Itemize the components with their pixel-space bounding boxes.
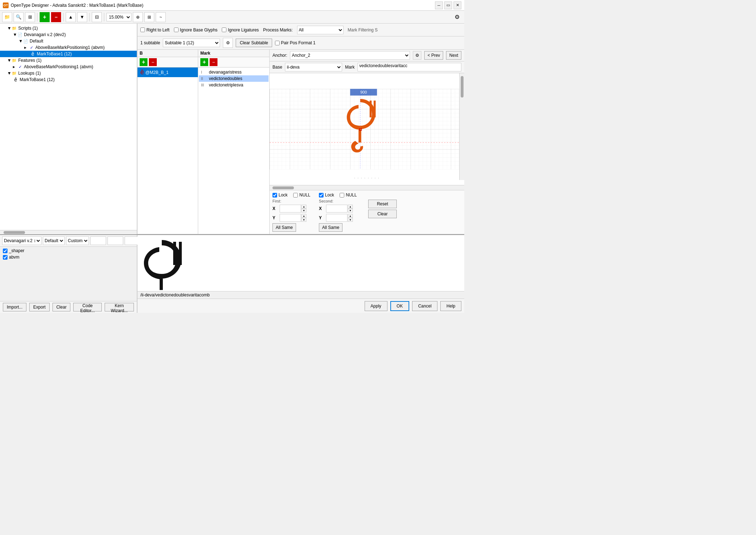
- grid-button[interactable]: ⊞: [144, 12, 154, 22]
- import-button[interactable]: Import...: [3, 303, 26, 311]
- process-marks-select[interactable]: All: [297, 26, 344, 34]
- ignore-base-glyphs-checkbox-label[interactable]: Ignore Base Glyphs: [174, 28, 217, 32]
- tree-item-marktobase-lookup[interactable]: ê MarkToBase1 (12): [0, 76, 137, 83]
- next-button[interactable]: Next: [446, 51, 461, 60]
- tree-toggle-abovebase[interactable]: ▸: [24, 45, 29, 50]
- kern-wizard-button[interactable]: Kern Wizard...: [105, 303, 134, 311]
- mark-item-1[interactable]: II vedictonedoubles: [199, 75, 269, 82]
- tree-toggle-scripts[interactable]: ▼: [7, 26, 11, 31]
- close-button[interactable]: ✕: [454, 1, 461, 9]
- canvas-scrollbar-thumb-h[interactable]: [272, 186, 294, 189]
- lock-second-checkbox[interactable]: [319, 193, 324, 198]
- b-item-0[interactable]: ê @M2B_B_1: [137, 68, 198, 77]
- minimize-button[interactable]: ─: [435, 1, 443, 9]
- subtable-gear-button[interactable]: ⚙: [223, 38, 233, 48]
- x2-down[interactable]: ▼: [348, 209, 353, 212]
- abvm-checkbox[interactable]: [3, 255, 7, 260]
- y1-up[interactable]: ▲: [301, 214, 306, 218]
- subtable-select[interactable]: Subtable 1 (12): [163, 39, 220, 47]
- clear-bottom-button[interactable]: Clear: [52, 303, 71, 311]
- anchor-gear-button[interactable]: ⚙: [413, 51, 421, 60]
- tree-toggle-abovebase-feat[interactable]: ▸: [13, 64, 17, 69]
- lock-first-checkbox[interactable]: [272, 193, 277, 198]
- shaper-checkbox-label[interactable]: _shaper: [3, 248, 134, 253]
- tree-item-devanagari[interactable]: ▼ 📄 Devanagari v.2 (dev2): [0, 31, 137, 38]
- ignore-ligatures-checkbox[interactable]: [222, 28, 226, 32]
- x2-input[interactable]: -421: [326, 205, 347, 212]
- mark-item-2[interactable]: III vedictonetriplesva: [199, 82, 269, 88]
- x1-up[interactable]: ▲: [301, 205, 306, 209]
- add-button[interactable]: +: [40, 12, 50, 22]
- mark-remove-button[interactable]: −: [210, 58, 217, 66]
- y2-spinner[interactable]: ▲ ▼: [348, 214, 353, 222]
- tree-item-abovebase-feature[interactable]: ▸ ✓ AboveBaseMarkPositioning1 (abvm): [0, 64, 137, 70]
- export-button[interactable]: Export: [29, 303, 50, 311]
- ignore-ligatures-checkbox-label[interactable]: Ignore Ligatures: [222, 28, 259, 32]
- right-to-left-checkbox[interactable]: [140, 28, 145, 32]
- tree-item-features[interactable]: ▼ 📁 Features (1): [0, 57, 137, 64]
- x2-up[interactable]: ▲: [348, 205, 353, 209]
- open-file-button[interactable]: 📁: [2, 12, 12, 22]
- tree-toggle-lookups[interactable]: ▼: [7, 71, 11, 76]
- zoom-select[interactable]: 15.00%: [106, 13, 131, 21]
- pair-pos-checkbox-label[interactable]: Pair Pos Format 1: [275, 40, 316, 45]
- x1-down[interactable]: ▼: [301, 209, 306, 212]
- x2-spinner[interactable]: ▲ ▼: [348, 205, 353, 212]
- x1-input[interactable]: 863: [280, 205, 301, 212]
- tree-item-default[interactable]: ▼ 📄 Default: [0, 38, 137, 44]
- null-first-label[interactable]: NULL: [293, 192, 310, 198]
- tree-toggle-features[interactable]: ▼: [7, 58, 11, 63]
- y1-spinner[interactable]: ▲ ▼: [301, 214, 306, 222]
- find-button[interactable]: ⊞: [25, 12, 35, 22]
- canvas-scrollbar-h[interactable]: [270, 185, 464, 190]
- right-to-left-checkbox-label[interactable]: Right to Left: [140, 28, 170, 32]
- y1-down[interactable]: ▼: [301, 218, 306, 222]
- pair-pos-checkbox[interactable]: [275, 41, 280, 45]
- null-second-checkbox[interactable]: [340, 193, 344, 198]
- null-second-label[interactable]: NULL: [340, 192, 357, 198]
- script-select[interactable]: Devanagari v.2 ↕: [2, 236, 41, 245]
- num2-input[interactable]: 64: [107, 236, 123, 245]
- canvas-scrollbar-v[interactable]: [459, 73, 464, 180]
- x1-spinner[interactable]: ▲ ▼: [301, 205, 306, 212]
- move-up-button[interactable]: ▲: [66, 12, 76, 22]
- b-add-button[interactable]: +: [140, 58, 147, 66]
- clear-subtable-button[interactable]: Clear Subtable: [236, 39, 272, 47]
- reset-button[interactable]: Reset: [368, 200, 397, 208]
- all-same-first-button[interactable]: All Same: [272, 223, 296, 232]
- y2-down[interactable]: ▼: [348, 218, 353, 222]
- language-select[interactable]: Default: [43, 236, 65, 245]
- ok-button[interactable]: OK: [390, 301, 409, 311]
- tree-item-scripts[interactable]: ▼ 📁 Scripts (1): [0, 25, 137, 31]
- tree-scrollbar-thumb[interactable]: [4, 231, 25, 234]
- search-button[interactable]: 🔍: [14, 12, 24, 22]
- move-down-button[interactable]: ▼: [77, 12, 87, 22]
- lock-first-label[interactable]: Lock: [272, 192, 287, 198]
- tree-item-abovebase[interactable]: ▸ ✓ AboveBaseMarkPositioning1 (abvm): [0, 44, 137, 51]
- canvas-scrollbar-thumb-v[interactable]: [461, 76, 464, 98]
- drag-handle[interactable]: · · · · · · · ·: [354, 176, 380, 180]
- prev-button[interactable]: < Prev: [424, 51, 443, 60]
- all-same-second-button[interactable]: All Same: [319, 223, 342, 232]
- abvm-checkbox-label[interactable]: abvm: [3, 255, 134, 260]
- custom-select[interactable]: Custom: [66, 236, 89, 245]
- base-select[interactable]: ii-deva: [285, 63, 342, 71]
- glyph-canvas[interactable]: 900: [270, 73, 464, 185]
- lock-second-label[interactable]: Lock: [319, 192, 334, 198]
- cancel-button[interactable]: Cancel: [412, 301, 437, 311]
- tree-toggle-devanagari[interactable]: ▼: [13, 32, 17, 37]
- settings-button[interactable]: ⚙: [452, 12, 462, 22]
- apply-button[interactable]: Apply: [365, 301, 387, 311]
- tree-scrollbar-h[interactable]: [0, 230, 137, 234]
- y2-input[interactable]: 1236: [326, 214, 347, 222]
- mark-add-button[interactable]: +: [200, 58, 208, 66]
- b-remove-button[interactable]: −: [149, 58, 157, 66]
- clear-coord-button[interactable]: Clear: [368, 210, 397, 218]
- shaper-checkbox[interactable]: [3, 249, 7, 253]
- tree-item-marktobase[interactable]: ê MarkToBase1 (12): [0, 51, 137, 57]
- table-button[interactable]: ⊟: [92, 12, 102, 22]
- tree-toggle-default[interactable]: ▼: [19, 39, 23, 44]
- mark-item-0[interactable]: I devanagaristress: [199, 69, 269, 75]
- curve-button[interactable]: ~: [156, 12, 166, 22]
- anchor-select[interactable]: Anchor_2: [290, 51, 410, 60]
